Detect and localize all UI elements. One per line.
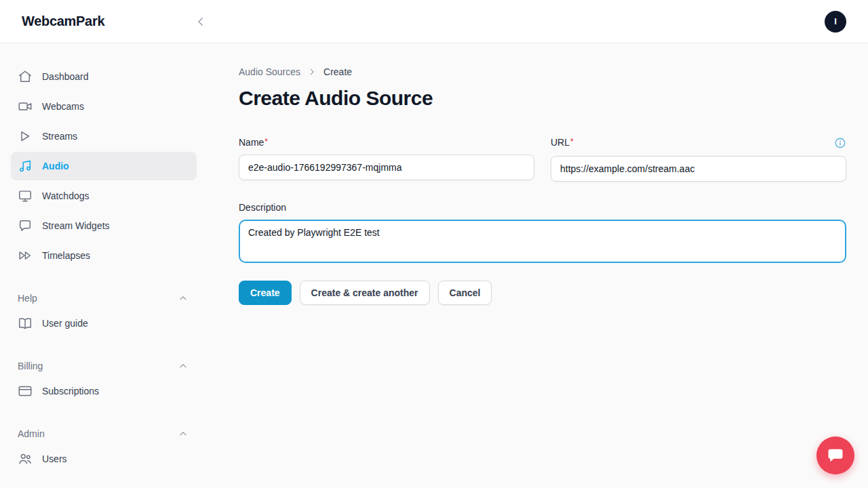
description-field-group: Description Created by Playwright E2E te… bbox=[239, 202, 846, 263]
sidebar-group-label: Help bbox=[18, 293, 37, 304]
page-layout: Dashboard Webcams Streams Audio Watchdog bbox=[0, 43, 868, 488]
sidebar-item-webcams[interactable]: Webcams bbox=[11, 92, 197, 121]
sidebar-group-billing: Billing bbox=[11, 354, 197, 377]
sidebar-item-label: Webcams bbox=[42, 101, 84, 112]
user-avatar[interactable]: I bbox=[825, 11, 846, 33]
fast-forward-icon bbox=[18, 248, 33, 263]
book-open-icon bbox=[18, 316, 33, 331]
page-title: Create Audio Source bbox=[239, 87, 846, 110]
sidebar-item-label: Users bbox=[42, 453, 67, 464]
sidebar-group-admin: Admin bbox=[11, 422, 197, 445]
create-form: Name* URL* Description Created by Playwr… bbox=[239, 137, 846, 263]
sidebar-item-label: Stream Widgets bbox=[42, 220, 110, 231]
sidebar-item-user-guide[interactable]: User guide bbox=[11, 309, 197, 338]
play-icon bbox=[18, 129, 33, 144]
info-icon[interactable] bbox=[834, 137, 846, 149]
description-field-label: Description bbox=[239, 202, 286, 213]
sidebar-item-label: Timelapses bbox=[42, 250, 90, 261]
credit-card-icon bbox=[18, 384, 33, 399]
sidebar-item-label: Subscriptions bbox=[42, 386, 99, 396]
url-input[interactable] bbox=[551, 156, 846, 182]
sidebar-item-stream-widgets[interactable]: Stream Widgets bbox=[11, 211, 197, 240]
name-input[interactable] bbox=[239, 155, 534, 180]
chevron-up-icon bbox=[178, 293, 189, 304]
sidebar-collapse-button[interactable] bbox=[191, 12, 210, 31]
required-asterisk: * bbox=[264, 137, 268, 146]
sidebar: Dashboard Webcams Streams Audio Watchdog bbox=[0, 43, 206, 488]
url-field-label: URL* bbox=[551, 137, 574, 148]
breadcrumb-current: Create bbox=[323, 66, 352, 77]
sidebar-item-label: Audio bbox=[42, 161, 69, 171]
brand-logo: WebcamPark bbox=[22, 14, 104, 29]
sidebar-item-subscriptions[interactable]: Subscriptions bbox=[11, 377, 197, 405]
sidebar-item-label: User guide bbox=[42, 318, 88, 329]
description-textarea[interactable]: Created by Playwright E2E test bbox=[239, 220, 846, 263]
top-bar: WebcamPark I bbox=[0, 0, 868, 43]
sidebar-item-users[interactable]: Users bbox=[11, 445, 197, 473]
cancel-button[interactable]: Cancel bbox=[438, 281, 492, 305]
sidebar-item-dashboard[interactable]: Dashboard bbox=[11, 62, 197, 91]
sidebar-item-watchdogs[interactable]: Watchdogs bbox=[11, 182, 197, 210]
form-actions: Create Create & create another Cancel bbox=[239, 281, 846, 305]
sidebar-group-help: Help bbox=[11, 286, 197, 309]
name-field-label: Name* bbox=[239, 137, 268, 148]
chevron-up-icon bbox=[178, 361, 189, 371]
video-camera-icon bbox=[18, 99, 33, 114]
sidebar-item-timelapses[interactable]: Timelapses bbox=[11, 241, 197, 270]
sidebar-item-streams[interactable]: Streams bbox=[11, 122, 197, 150]
sidebar-item-label: Dashboard bbox=[42, 71, 89, 82]
sidebar-group-label: Billing bbox=[18, 361, 43, 371]
music-note-icon bbox=[18, 159, 33, 174]
create-and-create-another-button[interactable]: Create & create another bbox=[300, 281, 430, 305]
group-collapse-button[interactable] bbox=[176, 291, 190, 305]
chevron-up-icon bbox=[178, 428, 189, 439]
main-content: Audio Sources Create Create Audio Source… bbox=[206, 43, 868, 488]
sidebar-item-label: Watchdogs bbox=[42, 190, 90, 201]
chat-bubble-icon bbox=[826, 446, 845, 465]
breadcrumb-parent-link[interactable]: Audio Sources bbox=[239, 66, 300, 77]
sidebar-item-audio[interactable]: Audio bbox=[11, 152, 197, 180]
create-button[interactable]: Create bbox=[239, 281, 292, 305]
name-field-group: Name* bbox=[239, 137, 534, 182]
breadcrumb: Audio Sources Create bbox=[239, 66, 846, 77]
sidebar-item-label: Streams bbox=[42, 131, 77, 142]
chevron-left-icon bbox=[194, 15, 208, 28]
users-icon bbox=[18, 451, 33, 466]
monitor-icon bbox=[18, 188, 33, 203]
home-icon bbox=[18, 69, 33, 84]
url-field-group: URL* bbox=[551, 137, 846, 182]
chat-widget-icon bbox=[18, 218, 33, 233]
group-collapse-button[interactable] bbox=[176, 359, 190, 373]
chat-button[interactable] bbox=[816, 436, 854, 474]
sidebar-group-label: Admin bbox=[18, 428, 45, 439]
required-asterisk: * bbox=[570, 137, 574, 146]
chevron-right-icon bbox=[307, 67, 317, 77]
group-collapse-button[interactable] bbox=[176, 427, 190, 441]
